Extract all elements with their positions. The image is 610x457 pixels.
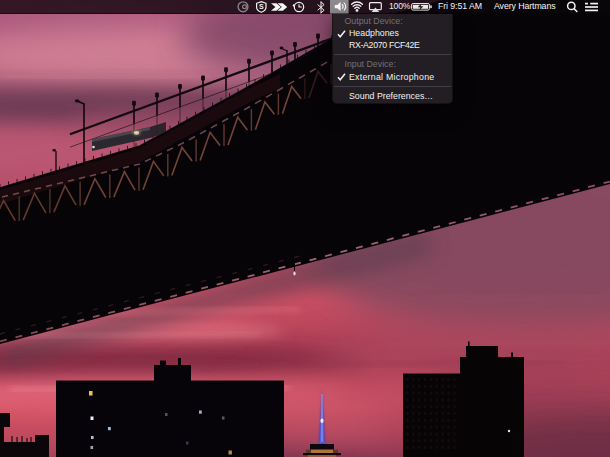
svg-text:S: S (259, 3, 264, 10)
